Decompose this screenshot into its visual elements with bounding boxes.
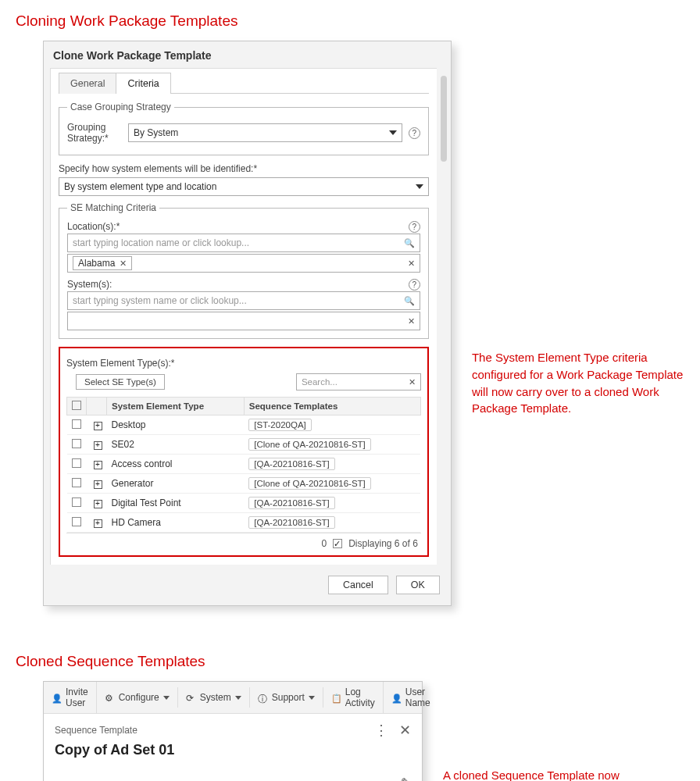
support-label: Support [272, 692, 305, 703]
support-menu[interactable]: Support [250, 687, 323, 708]
log-activity-button[interactable]: Log Activity [323, 682, 384, 713]
se-type-name: HD Camera [107, 513, 245, 533]
system-label: System(s): [67, 279, 112, 290]
table-row: +SE02[Clone of QA-20210816-ST] [67, 435, 421, 455]
search-icon[interactable] [404, 295, 415, 306]
matching-legend: SE Matching Criteria [67, 202, 159, 213]
expand-icon[interactable]: + [94, 422, 102, 430]
system-menu[interactable]: System [178, 687, 250, 708]
se-type-name: Generator [107, 474, 245, 494]
scrollbar-thumb[interactable] [441, 76, 447, 162]
identify-value: By system element type and location [64, 181, 216, 192]
log-icon [331, 693, 341, 703]
row-checkbox[interactable] [72, 439, 81, 448]
matching-fieldset: SE Matching Criteria Location(s):* ? sta… [59, 202, 429, 339]
invite-label: Invite User [66, 686, 88, 708]
se-type-name: SE02 [107, 435, 245, 455]
kebab-menu-icon[interactable]: ⋮ [374, 722, 388, 738]
table-row: +HD Camera[QA-20210816-ST] [67, 513, 421, 533]
expand-icon[interactable]: + [94, 519, 102, 528]
clone-dialog: Clone Work Package Template General Crit… [43, 41, 452, 606]
log-label: Log Activity [345, 686, 375, 708]
chevron-down-icon [389, 130, 397, 135]
se-types-label: System Element Type(s):* [66, 358, 421, 369]
search-icon[interactable] [404, 237, 415, 248]
tab-bar: General Criteria [59, 72, 429, 94]
tab-general[interactable]: General [59, 73, 116, 94]
sequence-chip[interactable]: [QA-20210816-ST] [248, 497, 335, 509]
help-icon[interactable]: ? [409, 221, 420, 233]
location-chips-row: Alabama [67, 254, 420, 273]
table-row: +Digital Test Point[QA-20210816-ST] [67, 494, 421, 513]
search-placeholder: Search... [302, 377, 338, 387]
ok-button[interactable]: OK [396, 576, 440, 594]
system-chips-row [67, 312, 420, 330]
remove-chip-icon[interactable] [120, 258, 127, 269]
record-type: Sequence Template [55, 725, 138, 736]
dialog-title: Clone Work Package Template [44, 41, 451, 68]
chevron-down-icon [416, 184, 423, 189]
location-chip[interactable]: Alabama [73, 256, 132, 270]
table-row: +Desktop[ST-2020QA] [67, 415, 421, 435]
row-checkbox[interactable] [72, 497, 81, 507]
row-checkbox[interactable] [72, 517, 81, 526]
se-search-input[interactable]: Search... [296, 373, 421, 390]
callout-clone-link: A cloned Sequence Template now maintains… [443, 767, 662, 781]
identify-label: Specify how system elements will be iden… [59, 163, 429, 174]
record-title: Copy of Ad Set 01 [55, 742, 411, 758]
scrollbar[interactable] [437, 68, 451, 565]
location-input[interactable]: start typing location name or click look… [67, 234, 420, 252]
footer-text: Displaying 6 of 6 [348, 538, 418, 549]
clear-icon[interactable] [409, 377, 416, 387]
table-row: +Access control[QA-20210816-ST] [67, 455, 421, 474]
se-types-highlight: System Element Type(s):* Select SE Type(… [59, 347, 429, 557]
expand-icon[interactable]: + [94, 441, 102, 450]
callout-se-types: The System Element Type criteria configu… [472, 349, 684, 417]
system-icon [186, 693, 196, 703]
cancel-button[interactable]: Cancel [328, 576, 388, 594]
expand-icon[interactable]: + [94, 500, 102, 508]
row-checkbox[interactable] [72, 478, 81, 487]
user-menu[interactable]: User Name [384, 682, 438, 713]
sequence-chip[interactable]: [ST-2020QA] [248, 419, 311, 431]
expand-icon[interactable]: + [94, 480, 102, 489]
sequence-chip[interactable]: [Clone of QA-20210816-ST] [248, 438, 371, 451]
identify-select[interactable]: By system element type and location [59, 177, 429, 196]
edit-icon[interactable]: ✎ [401, 776, 411, 781]
configure-menu[interactable]: Configure [97, 687, 178, 708]
username-label: User Name [405, 686, 430, 708]
col-se-type: System Element Type [107, 398, 245, 415]
system-placeholder: start typing system name or click lookup… [73, 295, 247, 306]
clear-icon[interactable] [408, 316, 415, 326]
system-input[interactable]: start typing system name or click lookup… [67, 291, 420, 310]
user-icon [391, 693, 402, 703]
help-icon[interactable]: ? [409, 127, 420, 139]
clear-icon[interactable] [408, 258, 415, 269]
sequence-chip[interactable]: [Clone of QA-20210816-ST] [248, 477, 371, 490]
chevron-down-icon [235, 696, 241, 700]
sequence-chip[interactable]: [QA-20210816-ST] [248, 516, 335, 529]
grouping-label: Grouping Strategy:* [67, 122, 122, 144]
grouping-value: By System [134, 127, 178, 138]
select-se-types-button[interactable]: Select SE Type(s) [76, 374, 165, 390]
sequence-chip[interactable]: [QA-20210816-ST] [248, 458, 335, 470]
checkbox-all[interactable] [72, 401, 81, 410]
grouping-legend: Case Grouping Strategy [67, 102, 174, 112]
invite-user-button[interactable]: Invite User [44, 682, 97, 713]
system-label: System [200, 692, 231, 703]
help-icon[interactable]: ? [409, 279, 420, 291]
section-heading-cloned-seq: Cloned Sequence Templates [16, 653, 684, 670]
footer-checkbox[interactable] [333, 539, 342, 548]
se-types-table: System Element Type Sequence Templates +… [66, 397, 421, 533]
tab-criteria[interactable]: Criteria [116, 73, 170, 94]
location-chip-label: Alabama [78, 258, 115, 269]
row-checkbox[interactable] [72, 458, 81, 468]
user-icon [52, 693, 62, 703]
se-type-name: Desktop [107, 415, 245, 435]
col-seq-templates: Sequence Templates [244, 398, 420, 415]
close-icon[interactable]: ✕ [399, 722, 411, 738]
se-type-name: Digital Test Point [107, 494, 245, 513]
row-checkbox[interactable] [72, 419, 81, 429]
grouping-select[interactable]: By System [128, 123, 402, 142]
expand-icon[interactable]: + [94, 461, 102, 469]
